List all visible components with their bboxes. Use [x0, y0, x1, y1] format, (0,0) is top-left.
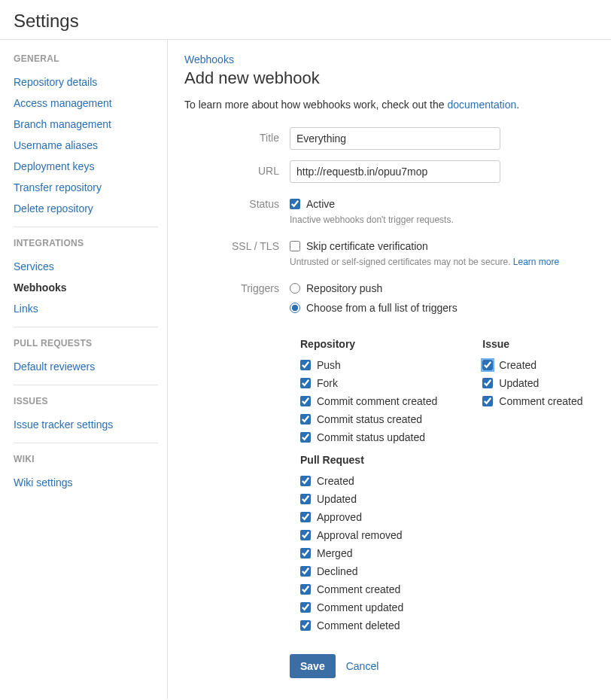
trigger-checkbox[interactable] — [300, 414, 311, 425]
trigger-checkbox[interactable] — [482, 360, 493, 370]
page-title: Add new webhook — [184, 68, 596, 88]
trigger-label: Commit comment created — [317, 395, 437, 407]
trigger-checkbox[interactable] — [300, 548, 311, 558]
triggers-right-col: IssueCreatedUpdatedComment created — [482, 330, 582, 635]
status-label: Status — [184, 193, 290, 210]
page-header: Settings — [0, 0, 611, 40]
triggers-detail: RepositoryPushForkCommit comment created… — [300, 330, 596, 635]
ssl-skip-checkbox[interactable] — [290, 241, 300, 251]
trigger-checkbox[interactable] — [482, 378, 493, 388]
sidebar-item-issue-tracker-settings[interactable]: Issue tracker settings — [14, 414, 158, 435]
trigger-label: Created — [499, 359, 537, 371]
trigger-item[interactable]: Approval removed — [300, 526, 437, 544]
sidebar-heading: PULL REQUESTS — [14, 338, 158, 348]
ssl-label: SSL / TLS — [184, 236, 290, 252]
trigger-checkbox[interactable] — [300, 360, 311, 370]
trigger-label: Comment created — [499, 395, 582, 407]
trigger-checkbox[interactable] — [300, 512, 311, 522]
trigger-checkbox[interactable] — [482, 396, 493, 406]
trigger-item[interactable]: Declined — [300, 562, 437, 580]
save-button[interactable]: Save — [290, 654, 336, 678]
title-input[interactable] — [290, 127, 500, 150]
ssl-hint: Untrusted or self-signed certificates ma… — [290, 257, 596, 267]
triggers-left-col: RepositoryPushForkCommit comment created… — [300, 330, 437, 635]
trigger-label: Created — [317, 475, 354, 487]
breadcrumb[interactable]: Webhooks — [184, 53, 234, 65]
url-input[interactable] — [290, 160, 500, 183]
trigger-label: Updated — [317, 493, 357, 505]
trigger-label: Fork — [317, 377, 338, 389]
trigger-item[interactable]: Commit status created — [300, 410, 437, 428]
trigger-checkbox[interactable] — [300, 432, 311, 443]
trigger-label: Approved — [317, 511, 362, 523]
sidebar-item-wiki-settings[interactable]: Wiki settings — [14, 472, 158, 493]
trigger-label: Commit status updated — [317, 431, 425, 443]
trigger-checkbox[interactable] — [300, 476, 311, 486]
sidebar-item-default-reviewers[interactable]: Default reviewers — [14, 356, 158, 377]
trigger-item[interactable]: Merged — [300, 544, 437, 562]
trigger-item[interactable]: Created — [300, 472, 437, 490]
trigger-label: Comment deleted — [317, 619, 400, 632]
trigger-checkbox[interactable] — [300, 530, 311, 540]
trigger-label: Declined — [317, 565, 357, 577]
trigger-full-list-label: Choose from a full list of triggers — [306, 302, 457, 314]
sidebar-item-transfer-repository[interactable]: Transfer repository — [14, 177, 158, 198]
intro-text: To learn more about how webhooks work, c… — [184, 99, 596, 111]
sidebar-heading: ISSUES — [14, 396, 158, 406]
cancel-button[interactable]: Cancel — [346, 660, 379, 672]
status-hint: Inactive webhooks don't trigger requests… — [290, 215, 596, 225]
sidebar-item-webhooks[interactable]: Webhooks — [14, 277, 158, 298]
trigger-label: Merged — [317, 547, 352, 559]
trigger-item[interactable]: Updated — [482, 374, 582, 392]
trigger-item[interactable]: Comment created — [300, 580, 437, 598]
trigger-item[interactable]: Approved — [300, 508, 437, 526]
trigger-checkbox[interactable] — [300, 566, 311, 577]
trigger-item[interactable]: Commit comment created — [300, 392, 437, 410]
sidebar-item-links[interactable]: Links — [14, 298, 158, 319]
trigger-checkbox[interactable] — [300, 396, 311, 406]
trigger-checkbox[interactable] — [300, 494, 311, 504]
status-active-label: Active — [306, 198, 335, 210]
trigger-full-list-radio[interactable] — [290, 303, 300, 313]
sidebar-heading: WIKI — [14, 454, 158, 464]
sidebar-item-access-management[interactable]: Access management — [14, 93, 158, 114]
trigger-item[interactable]: Comment deleted — [300, 616, 437, 635]
sidebar-item-username-aliases[interactable]: Username aliases — [14, 135, 158, 156]
title-label: Title — [184, 127, 290, 144]
sidebar-heading: INTEGRATIONS — [14, 238, 158, 248]
trigger-label: Push — [317, 359, 341, 371]
status-active-checkbox[interactable] — [290, 199, 300, 209]
main-content: Webhooks Add new webhook To learn more a… — [167, 40, 611, 699]
triggers-radio-group: Repository push Choose from a full list … — [290, 278, 596, 317]
trigger-item[interactable]: Comment created — [482, 392, 582, 410]
sidebar-heading: GENERAL — [14, 53, 158, 64]
trigger-item[interactable]: Comment updated — [300, 598, 437, 616]
documentation-link[interactable]: documentation — [447, 99, 516, 111]
sidebar-item-deployment-keys[interactable]: Deployment keys — [14, 156, 158, 177]
trigger-label: Approval removed — [317, 529, 403, 541]
trigger-checkbox[interactable] — [300, 378, 311, 388]
sidebar-item-delete-repository[interactable]: Delete repository — [14, 198, 158, 219]
trigger-label: Comment updated — [317, 601, 403, 613]
trigger-repo-push-radio[interactable] — [290, 283, 300, 294]
trigger-item[interactable]: Push — [300, 356, 437, 374]
sidebar: GENERALRepository detailsAccess manageme… — [0, 40, 158, 699]
trigger-label: Commit status created — [317, 413, 422, 425]
learn-more-link[interactable]: Learn more — [513, 257, 559, 267]
trigger-repo-push-label: Repository push — [306, 282, 382, 294]
sidebar-item-branch-management[interactable]: Branch management — [14, 114, 158, 135]
ssl-skip-label: Skip certificate verification — [306, 240, 428, 252]
sidebar-item-repository-details[interactable]: Repository details — [14, 72, 158, 93]
sidebar-item-services[interactable]: Services — [14, 256, 158, 277]
trigger-item[interactable]: Created — [482, 356, 582, 374]
trigger-group-heading: Pull Request — [300, 454, 437, 466]
trigger-item[interactable]: Fork — [300, 374, 437, 392]
trigger-checkbox[interactable] — [300, 602, 311, 613]
trigger-group-heading: Issue — [482, 338, 582, 350]
trigger-item[interactable]: Updated — [300, 490, 437, 508]
trigger-item[interactable]: Commit status updated — [300, 428, 437, 446]
triggers-label: Triggers — [184, 278, 290, 294]
trigger-checkbox[interactable] — [300, 584, 311, 595]
trigger-group-heading: Repository — [300, 338, 437, 350]
trigger-checkbox[interactable] — [300, 620, 311, 631]
